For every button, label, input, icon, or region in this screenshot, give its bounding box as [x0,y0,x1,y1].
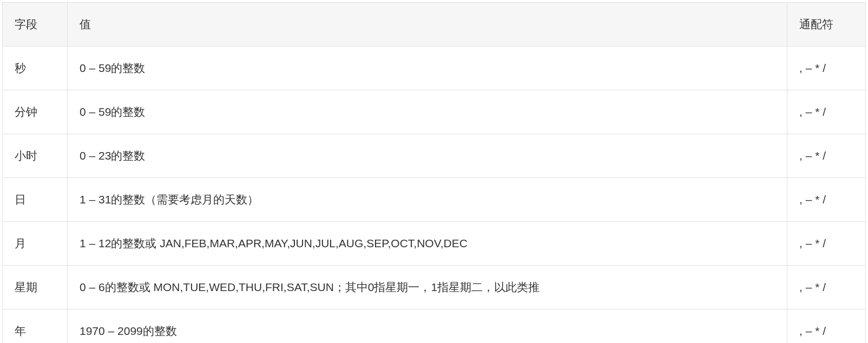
cell-wildcard: , – * / [787,47,866,90]
cell-value: 0 – 59的整数 [68,47,787,90]
cell-wildcard: , – * / [787,178,866,222]
cell-field: 秒 [3,47,68,90]
cell-field: 日 [3,178,68,222]
table-row: 小时 0 – 23的整数 , – * / [3,134,866,178]
cron-fields-table: 字段 值 通配符 秒 0 – 59的整数 , – * / 分钟 0 – 59的整… [2,2,866,343]
cell-value: 1 – 12的整数或 JAN,FEB,MAR,APR,MAY,JUN,JUL,A… [68,222,787,266]
table-header-row: 字段 值 通配符 [3,3,866,47]
cell-wildcard: , – * / [787,134,866,178]
cell-value: 1970 – 2099的整数 [68,309,787,344]
cell-wildcard: , – * / [787,309,866,344]
cell-field: 月 [3,222,68,266]
header-field: 字段 [3,3,68,47]
table-row: 年 1970 – 2099的整数 , – * / [3,309,866,344]
cell-field: 小时 [3,134,68,178]
cell-value: 0 – 6的整数或 MON,TUE,WED,THU,FRI,SAT,SUN；其中… [68,266,787,309]
table-row: 星期 0 – 6的整数或 MON,TUE,WED,THU,FRI,SAT,SUN… [3,266,866,309]
cell-value: 0 – 23的整数 [68,134,787,178]
cell-wildcard: , – * / [787,222,866,266]
table-row: 分钟 0 – 59的整数 , – * / [3,90,866,134]
cell-field: 分钟 [3,90,68,134]
cell-field: 年 [3,309,68,344]
cell-wildcard: , – * / [787,90,866,134]
cell-field: 星期 [3,266,68,309]
table-row: 月 1 – 12的整数或 JAN,FEB,MAR,APR,MAY,JUN,JUL… [3,222,866,266]
cell-value: 0 – 59的整数 [68,90,787,134]
cell-value: 1 – 31的整数（需要考虑月的天数） [68,178,787,222]
header-value: 值 [68,3,787,47]
header-wildcard: 通配符 [787,3,866,47]
cell-wildcard: , – * / [787,266,866,309]
table-row: 日 1 – 31的整数（需要考虑月的天数） , – * / [3,178,866,222]
table-row: 秒 0 – 59的整数 , – * / [3,47,866,90]
